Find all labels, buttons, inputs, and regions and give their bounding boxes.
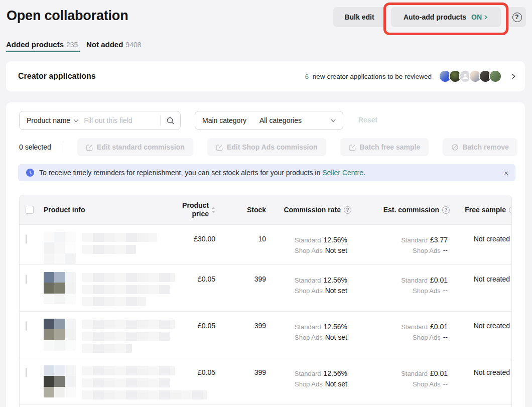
est-commission-cell: Standard£0.01 Shop Ads--	[351, 265, 450, 296]
creator-avatar-stack	[439, 70, 502, 83]
creator-applications-card[interactable]: Creator applications 6 new creator appli…	[6, 61, 525, 91]
edit-icon	[216, 144, 223, 151]
product-thumbnail-blurred	[44, 365, 76, 397]
edit-standard-commission-button[interactable]: Edit standard commission	[77, 138, 193, 156]
info-question-icon[interactable]: ?	[442, 206, 450, 214]
product-thumbnail-blurred	[44, 272, 76, 304]
product-info-cell	[40, 312, 160, 353]
batch-remove-button[interactable]: Batch remove	[443, 138, 517, 156]
info-question-icon[interactable]: ?	[509, 206, 512, 214]
commission-rate-cell: Standard12.56% Shop AdsNot set	[266, 225, 351, 256]
edit-shop-ads-commission-button[interactable]: Edit Shop Ads commission	[207, 138, 326, 156]
stock-cell: 399	[215, 312, 266, 330]
creator-applications-summary: 6 new creator applications to be reviewe…	[305, 70, 517, 83]
free-sample-cell: Not created	[450, 265, 512, 283]
prohibit-icon	[451, 144, 459, 151]
stock-alert-banner: To receive timely reminders for replenis…	[18, 164, 515, 181]
commission-rate-cell: Standard12.56% Shop AdsNot set	[266, 358, 351, 389]
products-panel: Product name Main category All categorie…	[6, 102, 525, 407]
divider	[63, 142, 63, 153]
product-price-cell: £30.00	[160, 225, 215, 243]
stock-cell: 10	[215, 225, 266, 243]
search-field-selector[interactable]: Product name	[20, 116, 79, 124]
category-select[interactable]: Main category All categories	[195, 111, 343, 130]
row-checkbox[interactable]	[26, 234, 27, 244]
table-row[interactable]: £0.05 399 Standard12.56% Shop AdsNot set…	[20, 265, 511, 312]
chevron-down-icon	[330, 117, 343, 123]
column-header-product-info: Product info	[40, 206, 160, 214]
person-icon	[461, 72, 469, 80]
reset-button[interactable]: Reset	[358, 116, 377, 124]
question-mark-icon: ?	[512, 13, 522, 22]
chevron-down-icon	[73, 118, 79, 123]
clock-icon	[26, 169, 34, 177]
product-thumbnail-blurred	[44, 232, 76, 264]
product-search-box: Product name	[19, 111, 181, 130]
free-sample-cell: Not created	[450, 225, 512, 243]
new-applications-message: new creator applications to be reviewed	[313, 73, 432, 80]
new-applications-count: 6	[305, 73, 309, 80]
products-table: Product info Product price Stock Commiss…	[19, 195, 512, 407]
close-icon[interactable]: ×	[504, 169, 508, 177]
free-sample-cell: Not created	[450, 312, 512, 330]
active-tab-indicator	[6, 51, 80, 52]
tab-count: 9408	[125, 41, 141, 49]
edit-icon	[349, 144, 356, 151]
est-commission-cell: Standard£0.01 Shop Ads--	[351, 358, 450, 389]
stock-cell: 399	[215, 265, 266, 283]
category-label: Main category	[195, 116, 246, 124]
product-title-blurred	[82, 232, 157, 264]
table-row[interactable]: £0.05 399 Standard12.56% Shop AdsNot set…	[20, 312, 511, 358]
category-value: All categories	[246, 116, 330, 124]
search-icon[interactable]	[161, 116, 180, 125]
est-commission-cell: Standard£0.01 Shop Ads--	[351, 312, 450, 343]
auto-add-label: Auto-add products	[404, 13, 466, 21]
edit-icon	[86, 144, 93, 151]
product-info-cell	[40, 225, 160, 264]
auto-add-products-button[interactable]: Auto-add products ON	[391, 7, 501, 27]
search-input[interactable]	[79, 116, 160, 124]
bulk-edit-button[interactable]: Bulk edit	[333, 7, 385, 27]
tab-count: 235	[66, 41, 78, 49]
page-title: Open collaboration	[7, 8, 128, 24]
avatar	[489, 70, 502, 83]
column-header-commission-rate: Commission rate ?	[266, 206, 351, 214]
column-header-product-price[interactable]: Product price	[160, 201, 215, 218]
tab-label: Added products	[6, 40, 64, 49]
row-checkbox[interactable]	[26, 368, 27, 377]
help-button[interactable]: ?	[508, 7, 526, 27]
row-checkbox[interactable]	[26, 321, 27, 331]
table-header-row: Product info Product price Stock Commiss…	[20, 195, 511, 225]
seller-centre-link[interactable]: Seller Centre	[322, 169, 363, 177]
info-question-icon[interactable]: ?	[344, 206, 351, 214]
banner-text: To receive timely reminders for replenis…	[39, 169, 320, 177]
product-price-cell: £0.05	[160, 265, 215, 283]
column-header-free-sample: Free sample ?	[450, 206, 512, 214]
table-row[interactable]: £0.05 399 Standard12.56% Shop AdsNot set…	[20, 358, 511, 405]
chevron-right-icon	[483, 15, 488, 20]
product-price-cell: £0.05	[160, 358, 215, 376]
product-info-cell	[40, 265, 160, 306]
product-info-cell	[40, 358, 160, 399]
batch-free-sample-button[interactable]: Batch free sample	[340, 138, 429, 156]
selected-count: 0 selected	[19, 143, 51, 151]
free-sample-cell: Not created	[450, 358, 512, 376]
chevron-right-icon[interactable]	[510, 73, 517, 80]
auto-add-state: ON	[471, 13, 488, 21]
product-thumbnail-blurred	[44, 319, 76, 351]
table-row[interactable]: £30.00 10 Standard12.56% Shop AdsNot set…	[20, 225, 511, 265]
column-header-stock: Stock	[215, 206, 266, 214]
tab-label: Not added	[86, 40, 123, 49]
tab-not-added[interactable]: Not added 9408	[86, 40, 142, 49]
est-commission-cell: Standard£3.77 Shop Ads--	[351, 225, 450, 256]
commission-rate-cell: Standard12.56% Shop AdsNot set	[266, 312, 351, 343]
tab-added-products[interactable]: Added products 235	[6, 40, 78, 49]
column-header-est-commission: Est. commission ?	[351, 206, 450, 214]
banner-text-period: .	[363, 169, 365, 177]
stock-cell: 399	[215, 358, 266, 376]
select-all-checkbox[interactable]	[26, 206, 34, 214]
commission-rate-cell: Standard12.56% Shop AdsNot set	[266, 265, 351, 296]
row-checkbox[interactable]	[26, 275, 27, 284]
product-price-cell: £0.05	[160, 312, 215, 330]
sort-icon[interactable]	[211, 207, 215, 213]
